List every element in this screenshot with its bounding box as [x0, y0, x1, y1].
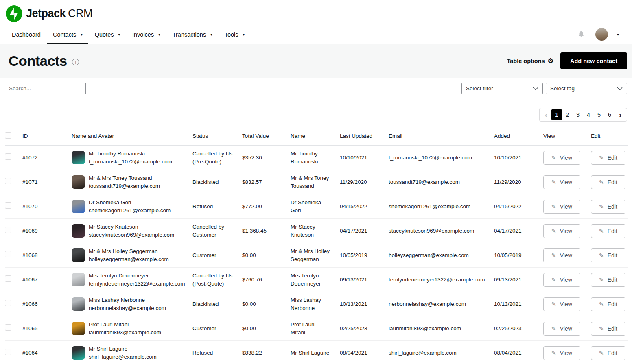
contact-status: Customer: [192, 316, 242, 341]
name-email-stack: Mrs Terrilyn Deuermeyer terrilyndeuermey…: [89, 272, 185, 288]
view-button[interactable]: ✎ View: [543, 322, 580, 336]
name-avatar-cell: Mr & Mrs Toney Toussand toussandt719@exa…: [72, 174, 189, 190]
row-checkbox[interactable]: [5, 178, 11, 184]
contact-email-plain: laurimitani893@example.com: [389, 316, 494, 341]
nav-label: Tools: [225, 31, 238, 38]
edit-button[interactable]: ✎ Edit: [591, 224, 625, 238]
edit-button[interactable]: ✎ Edit: [591, 175, 625, 189]
contact-email[interactable]: staceyknuteson969@example.com: [89, 231, 174, 239]
contact-status: Cancelled by Us (Post-Quote): [192, 268, 242, 292]
row-checkbox[interactable]: [5, 349, 11, 355]
contact-name[interactable]: Mr Stacey Knuteson: [89, 223, 174, 231]
contact-name[interactable]: Mr & Mrs Toney Toussand: [89, 174, 160, 182]
contact-email[interactable]: toussandt719@example.com: [89, 182, 160, 190]
avatar: [72, 273, 85, 286]
contact-id: #1072: [22, 146, 72, 170]
contact-email[interactable]: shemekagori1261@example.com: [89, 207, 171, 215]
page-button-6[interactable]: 6: [604, 109, 615, 120]
page-button-4[interactable]: 4: [583, 109, 594, 120]
row-checkbox[interactable]: [5, 324, 11, 331]
contact-email[interactable]: t_romanoski_1072@example.com: [89, 158, 172, 166]
contact-email[interactable]: shirl_laguire@example.com: [89, 353, 157, 361]
contact-email[interactable]: laurimitani893@example.com: [89, 329, 161, 337]
page-button-2[interactable]: 2: [562, 109, 573, 120]
add-new-contact-button[interactable]: Add new contact: [560, 52, 627, 69]
row-checkbox[interactable]: [5, 202, 11, 209]
pencil-icon: ✎: [599, 301, 604, 307]
nav-item-transactions[interactable]: Transactions ▾: [167, 28, 218, 44]
pencil-icon: ✎: [599, 325, 604, 332]
row-checkbox[interactable]: [5, 300, 11, 306]
row-checkbox[interactable]: [5, 275, 11, 282]
column-header-id: ID: [22, 127, 72, 146]
edit-button[interactable]: ✎ Edit: [591, 200, 625, 214]
select-filter-value: Select filter: [466, 85, 493, 92]
title-group: Contacts i: [9, 53, 79, 69]
contact-name[interactable]: Mr & Mrs Holley Seggerman: [89, 247, 169, 255]
contact-name[interactable]: Prof Lauri Mitani: [89, 320, 161, 329]
contact-name[interactable]: Mr Timothy Romanoski: [89, 150, 172, 158]
row-checkbox[interactable]: [5, 227, 11, 233]
info-icon[interactable]: i: [72, 59, 79, 65]
avatar: [72, 346, 85, 360]
nav-item-contacts[interactable]: Contacts ▾: [47, 28, 88, 44]
edit-button[interactable]: ✎ Edit: [591, 346, 625, 360]
nav-label: Dashboard: [12, 31, 41, 38]
select-tag-dropdown[interactable]: Select tag: [546, 83, 627, 94]
chevron-down-icon: ▾: [118, 33, 120, 37]
chevron-down-icon: ▾: [158, 33, 160, 37]
page-title-band: Contacts i Table options ⚙ Add new conta…: [0, 44, 632, 78]
edit-button[interactable]: ✎ Edit: [591, 151, 625, 165]
brand-name: JetpackCRM: [26, 7, 92, 20]
view-button[interactable]: ✎ View: [543, 297, 580, 311]
brand-name-bold: Jetpack: [26, 7, 66, 20]
nav-item-invoices[interactable]: Invoices ▾: [127, 28, 166, 44]
edit-button[interactable]: ✎ Edit: [591, 322, 625, 336]
view-button[interactable]: ✎ View: [543, 175, 580, 189]
contact-total-value: $760.76: [242, 268, 291, 292]
nav-item-dashboard[interactable]: Dashboard: [6, 28, 46, 44]
contact-name[interactable]: Mr Shirl Laguire: [89, 345, 157, 353]
nav-item-tools[interactable]: Tools ▾: [219, 28, 250, 44]
select-filter-dropdown[interactable]: Select filter: [461, 83, 543, 94]
view-button[interactable]: ✎ View: [543, 200, 580, 214]
user-menu[interactable]: ▾: [595, 28, 619, 41]
contact-email[interactable]: holleyseggerman@example.com: [89, 255, 169, 264]
chevron-left-icon[interactable]: ‹: [541, 109, 551, 120]
row-checkbox[interactable]: [5, 251, 11, 257]
pencil-icon: ✎: [551, 350, 556, 356]
search-input[interactable]: [5, 83, 86, 94]
row-checkbox[interactable]: [5, 153, 11, 160]
edit-button[interactable]: ✎ Edit: [591, 297, 625, 311]
edit-button[interactable]: ✎ Edit: [591, 248, 625, 262]
chevron-right-icon[interactable]: ›: [615, 109, 625, 120]
user-avatar[interactable]: [595, 28, 608, 41]
view-button[interactable]: ✎ View: [543, 273, 580, 287]
view-button[interactable]: ✎ View: [543, 151, 580, 165]
select-all-checkbox[interactable]: [5, 132, 11, 139]
page-title: Contacts: [9, 53, 67, 69]
nav-item-quotes[interactable]: Quotes ▾: [89, 28, 126, 44]
contact-name[interactable]: Dr Shemeka Gori: [89, 198, 171, 207]
page-button-1[interactable]: 1: [551, 109, 562, 120]
contact-email[interactable]: terrilyndeuermeyer1322@example.com: [89, 280, 185, 288]
table-row: #1071 Mr & Mrs Toney Toussand toussandt7…: [5, 170, 628, 194]
contact-name[interactable]: Miss Lashay Nerbonne: [89, 296, 166, 304]
bell-icon[interactable]: [577, 31, 585, 38]
contact-added: 11/29/2020: [494, 170, 543, 194]
name-avatar-cell: Mr & Mrs Holley Seggerman holleyseggerma…: [72, 247, 189, 264]
page-button-5[interactable]: 5: [594, 109, 604, 120]
pencil-icon: ✎: [551, 301, 556, 307]
contact-email[interactable]: nerbonnelashay@example.com: [89, 304, 166, 312]
view-button[interactable]: ✎ View: [543, 248, 580, 262]
view-button[interactable]: ✎ View: [543, 346, 580, 360]
contact-added: 09/13/2021: [494, 268, 543, 292]
contact-email-plain: t_romanoski_1072@example.com: [389, 146, 494, 170]
view-button[interactable]: ✎ View: [543, 224, 580, 238]
contact-name[interactable]: Mrs Terrilyn Deuermeyer: [89, 272, 185, 280]
page-button-3[interactable]: 3: [573, 109, 583, 120]
contact-added: 04/15/2022: [494, 194, 543, 219]
edit-button[interactable]: ✎ Edit: [591, 273, 625, 287]
table-options-button[interactable]: Table options ⚙: [507, 57, 553, 65]
avatar: [72, 224, 85, 238]
